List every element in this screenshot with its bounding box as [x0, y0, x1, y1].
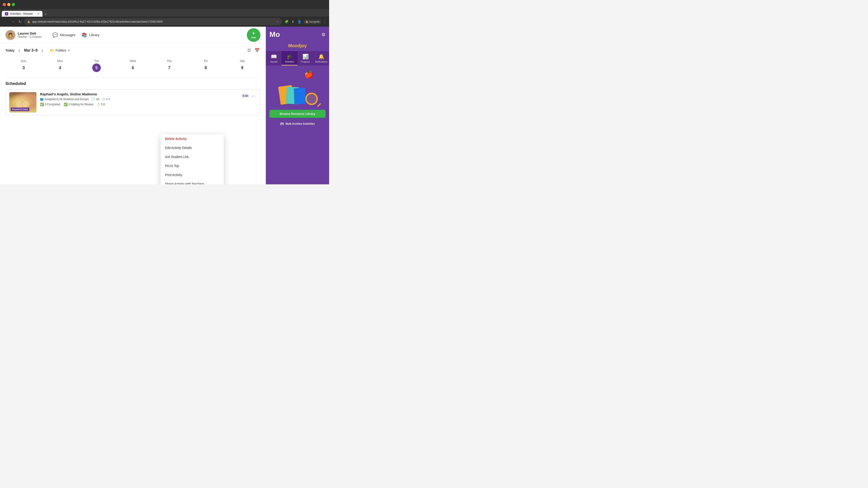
- tab-title: Activities - Seesaw: [10, 12, 33, 15]
- sidebar-username: Moodjoy: [266, 42, 329, 51]
- tab-bar: S Activities - Seesaw ✕ +: [0, 9, 329, 17]
- notifications-label: Notifications: [315, 61, 327, 63]
- progress-icon: 📊: [303, 54, 309, 60]
- new-tab-btn[interactable]: +: [42, 12, 49, 17]
- illustration-area: 🍎: [275, 70, 320, 106]
- incognito-label: Incognito: [309, 20, 320, 23]
- browse-resource-library-btn[interactable]: Browse Resource Library: [270, 110, 326, 118]
- edit-activity-details-btn[interactable]: Edit Activity Details: [160, 143, 224, 152]
- back-btn[interactable]: ←: [2, 19, 8, 25]
- pin-to-top-btn[interactable]: Pin to Top: [160, 161, 224, 170]
- url-bar-actions: 🧩 ⬇ 👤 🕵 Incognito ⋮: [284, 19, 327, 24]
- right-sidebar: Mo ⚙ Moodjoy 📖 Journal 🎓 Activities 📊 Pr…: [266, 27, 329, 184]
- menu-overlay[interactable]: [0, 27, 266, 184]
- journal-icon: 📖: [271, 54, 277, 60]
- sidebar-nav-activities[interactable]: 🎓 Activities: [282, 51, 298, 66]
- window-controls: [3, 3, 15, 6]
- download-btn[interactable]: ⬇: [291, 19, 295, 24]
- minimize-window-btn[interactable]: [7, 3, 10, 6]
- extensions-btn[interactable]: 🧩: [284, 19, 289, 24]
- sidebar-nav-notifications[interactable]: 🔔 Notifications: [313, 51, 329, 66]
- progress-label: Progress: [301, 61, 310, 63]
- url-bar-row: ← → ↻ 🔒 app.seesaw.me/#/class/class.e01b…: [0, 17, 329, 27]
- refresh-btn[interactable]: ↻: [18, 19, 22, 25]
- active-tab[interactable]: S Activities - Seesaw ✕: [2, 11, 42, 17]
- archive-icon: 🗃: [280, 122, 284, 126]
- lock-icon: 🔒: [27, 20, 30, 23]
- sidebar-gear-btn[interactable]: ⚙: [321, 32, 326, 37]
- illustration-magnifier: [305, 93, 318, 105]
- incognito-icon: 🕵: [305, 20, 309, 23]
- browser-chrome: [0, 0, 329, 9]
- bulk-archive-label: Bulk Archive Activities: [285, 122, 315, 125]
- sidebar-header: Mo ⚙: [266, 27, 329, 42]
- browser-menu-btn[interactable]: ⋮: [323, 19, 327, 24]
- profile-btn[interactable]: 👤: [297, 19, 302, 24]
- app-container: 👩 Lauren Deli Teacher - 2 Classes 💬 Mess…: [0, 27, 329, 184]
- print-activity-btn[interactable]: Print Activity: [160, 170, 224, 180]
- sidebar-logo: Mo: [270, 30, 280, 39]
- close-window-btn[interactable]: [3, 3, 6, 6]
- activities-icon: 🎓: [287, 54, 293, 60]
- tab-close-btn[interactable]: ✕: [37, 12, 39, 15]
- notifications-icon: 🔔: [318, 54, 324, 60]
- delete-activity-btn[interactable]: Delete Activity: [160, 134, 224, 143]
- share-activity-btn[interactable]: Share Activity with Teachers: [160, 180, 224, 184]
- bulk-archive-btn[interactable]: 🗃 Bulk Archive Activities: [280, 121, 315, 127]
- sidebar-illustration: 🍎 Browse Resource Library 🗃 Bulk Archive…: [266, 66, 329, 184]
- tab-favicon: S: [5, 12, 8, 15]
- sidebar-nav: 📖 Journal 🎓 Activities 📊 Progress 🔔 Noti…: [266, 51, 329, 66]
- activities-label: Activities: [285, 61, 294, 63]
- illustration-apple: 🍎: [304, 70, 313, 78]
- context-menu: Delete Activity Edit Activity Details Ge…: [160, 134, 224, 184]
- sidebar-nav-journal[interactable]: 📖 Journal: [266, 51, 282, 66]
- maximize-window-btn[interactable]: [12, 3, 15, 6]
- get-student-link-btn[interactable]: Get Student Link: [160, 152, 224, 161]
- star-icon[interactable]: ☆: [276, 20, 279, 24]
- url-bar[interactable]: 🔒 app.seesaw.me/#/class/class.e01bf4c2-9…: [24, 18, 282, 25]
- main-content: 👩 Lauren Deli Teacher - 2 Classes 💬 Mess…: [0, 27, 266, 184]
- sidebar-nav-progress[interactable]: 📊 Progress: [298, 51, 313, 66]
- illustration-book3: [294, 88, 306, 104]
- forward-btn[interactable]: →: [10, 19, 16, 25]
- incognito-badge: 🕵 Incognito: [304, 20, 321, 24]
- journal-label: Journal: [270, 61, 278, 63]
- url-text: app.seesaw.me/#/class/class.e01bf4c2-9a2…: [32, 20, 274, 23]
